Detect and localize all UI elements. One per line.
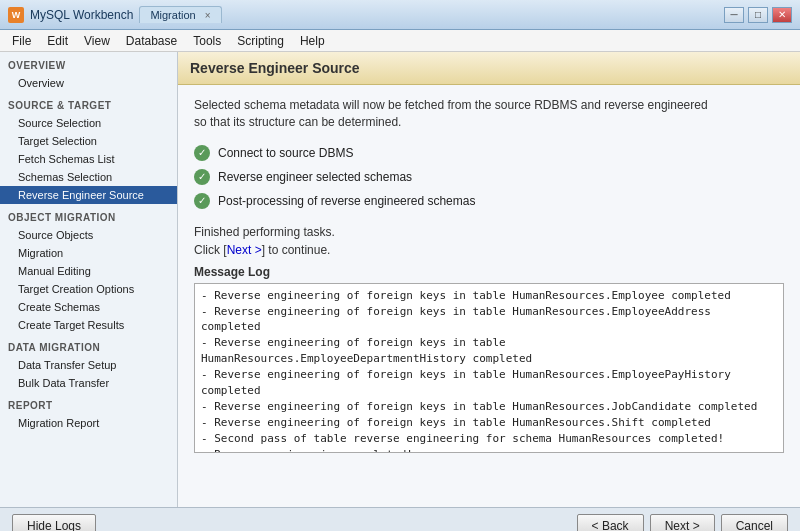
sidebar-item-source-4[interactable]: Reverse Engineer Source xyxy=(0,186,177,204)
titlebar-left: W MySQL Workbench Migration × xyxy=(8,6,222,23)
log-box[interactable]: - Reverse engineering of foreign keys in… xyxy=(194,283,784,453)
app-icon: W xyxy=(8,7,24,23)
data-migration-section-title: DATA MIGRATION xyxy=(0,334,177,356)
sidebar-item-object-1[interactable]: Migration xyxy=(0,244,177,262)
next-instruction: Click [Next >] to continue. xyxy=(194,243,784,257)
object-migration-section-title: OBJECT MIGRATION xyxy=(0,204,177,226)
titlebar: W MySQL Workbench Migration × ─ □ ✕ xyxy=(0,0,800,30)
log-line: - Reverse engineering of foreign keys in… xyxy=(201,304,777,336)
sidebar-item-source-2[interactable]: Fetch Schemas List xyxy=(0,150,177,168)
log-label: Message Log xyxy=(194,265,784,279)
maximize-button[interactable]: □ xyxy=(748,7,768,23)
page-title: Reverse Engineer Source xyxy=(190,60,788,76)
finished-text: Finished performing tasks. xyxy=(194,225,784,239)
checklist: ✓Connect to source DBMS✓Reverse engineer… xyxy=(194,145,784,209)
next-button[interactable]: Next > xyxy=(650,514,715,532)
window-controls: ─ □ ✕ xyxy=(724,7,792,23)
log-line: - Reverse engineering completed! xyxy=(201,447,777,453)
content-body: Selected schema metadata will now be fet… xyxy=(178,85,800,507)
migration-tab[interactable]: Migration × xyxy=(139,6,221,23)
sidebar-item-data-1[interactable]: Bulk Data Transfer xyxy=(0,374,177,392)
log-line: - Reverse engineering of foreign keys in… xyxy=(201,415,777,431)
tab-bar: Migration × xyxy=(139,6,221,23)
main-container: OVERVIEWOverviewSOURCE & TARGETSource Se… xyxy=(0,52,800,507)
description: Selected schema metadata will now be fet… xyxy=(194,97,784,131)
next-link[interactable]: Next > xyxy=(227,243,262,257)
footer-left: Hide Logs xyxy=(12,514,96,532)
back-button[interactable]: < Back xyxy=(577,514,644,532)
cancel-button[interactable]: Cancel xyxy=(721,514,788,532)
check-icon-2: ✓ xyxy=(194,193,210,209)
menu-item-tools[interactable]: Tools xyxy=(185,32,229,50)
checklist-item-0: ✓Connect to source DBMS xyxy=(194,145,784,161)
hide-logs-button[interactable]: Hide Logs xyxy=(12,514,96,532)
log-line: - Second pass of table reverse engineeri… xyxy=(201,431,777,447)
menu-item-file[interactable]: File xyxy=(4,32,39,50)
content-area: Reverse Engineer Source Selected schema … xyxy=(178,52,800,507)
sidebar-item-report-0[interactable]: Migration Report xyxy=(0,414,177,432)
sidebar-item-object-2[interactable]: Manual Editing xyxy=(0,262,177,280)
sidebar: OVERVIEWOverviewSOURCE & TARGETSource Se… xyxy=(0,52,178,507)
menu-item-help[interactable]: Help xyxy=(292,32,333,50)
menu-item-scripting[interactable]: Scripting xyxy=(229,32,292,50)
check-icon-0: ✓ xyxy=(194,145,210,161)
sidebar-item-object-0[interactable]: Source Objects xyxy=(0,226,177,244)
overview-section-title: OVERVIEW xyxy=(0,52,177,74)
close-tab-icon[interactable]: × xyxy=(205,10,211,21)
minimize-button[interactable]: ─ xyxy=(724,7,744,23)
app-title: MySQL Workbench xyxy=(30,8,133,22)
sidebar-item-object-3[interactable]: Target Creation Options xyxy=(0,280,177,298)
log-line: - Reverse engineering of foreign keys in… xyxy=(201,367,777,399)
sidebar-item-overview[interactable]: Overview xyxy=(0,74,177,92)
log-line: - Reverse engineering of foreign keys in… xyxy=(201,335,777,367)
content-header: Reverse Engineer Source xyxy=(178,52,800,85)
sidebar-item-source-1[interactable]: Target Selection xyxy=(0,132,177,150)
sidebar-item-source-3[interactable]: Schemas Selection xyxy=(0,168,177,186)
report-section-title: REPORT xyxy=(0,392,177,414)
footer-right: < Back Next > Cancel xyxy=(577,514,788,532)
checklist-item-2: ✓Post-processing of reverse engineered s… xyxy=(194,193,784,209)
menu-item-database[interactable]: Database xyxy=(118,32,185,50)
sidebar-item-data-0[interactable]: Data Transfer Setup xyxy=(0,356,177,374)
sidebar-item-object-4[interactable]: Create Schemas xyxy=(0,298,177,316)
log-line: - Reverse engineering of foreign keys in… xyxy=(201,288,777,304)
footer: Hide Logs < Back Next > Cancel xyxy=(0,507,800,531)
sidebar-item-source-0[interactable]: Source Selection xyxy=(0,114,177,132)
close-button[interactable]: ✕ xyxy=(772,7,792,23)
menu-item-view[interactable]: View xyxy=(76,32,118,50)
menu-item-edit[interactable]: Edit xyxy=(39,32,76,50)
check-icon-1: ✓ xyxy=(194,169,210,185)
source-target-section-title: SOURCE & TARGET xyxy=(0,92,177,114)
menubar: FileEditViewDatabaseToolsScriptingHelp xyxy=(0,30,800,52)
checklist-item-1: ✓Reverse engineer selected schemas xyxy=(194,169,784,185)
sidebar-item-object-5[interactable]: Create Target Results xyxy=(0,316,177,334)
log-line: - Reverse engineering of foreign keys in… xyxy=(201,399,777,415)
log-section: Message Log - Reverse engineering of for… xyxy=(194,265,784,453)
